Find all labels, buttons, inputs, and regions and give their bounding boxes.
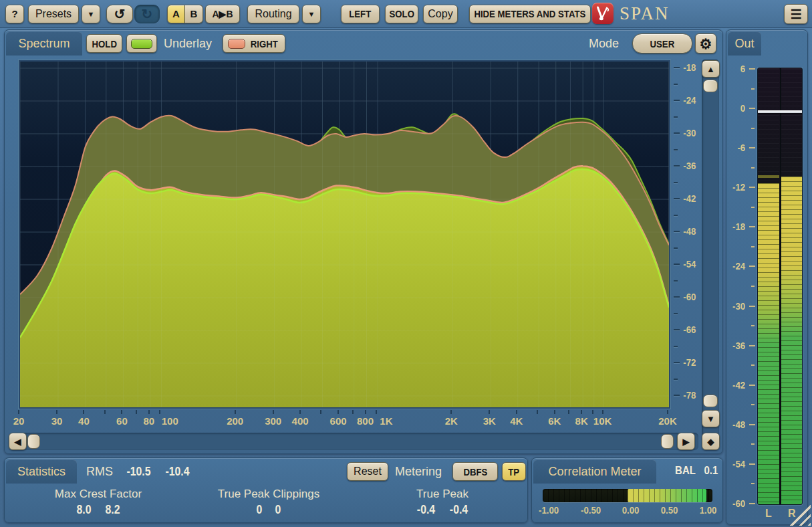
db-tick — [674, 231, 680, 232]
stat-value-left: 8.0 — [76, 503, 91, 517]
out-tick-label: 0 — [728, 105, 745, 112]
metering-label: Metering — [395, 465, 442, 479]
channel-left-button[interactable]: LEFT — [341, 5, 380, 23]
out-tick-label: -30 — [728, 303, 745, 310]
scroll-right-button[interactable]: ▶ — [677, 433, 695, 450]
horizontal-scrollbar-track[interactable] — [10, 433, 698, 450]
mode-select[interactable]: USER — [632, 33, 692, 54]
peak-hold-line — [758, 110, 803, 113]
db-tick-label: -24 — [683, 96, 696, 105]
out-tick — [751, 167, 755, 169]
menu-button[interactable]: ☰ — [784, 4, 808, 24]
freq-tick-label: 200 — [227, 415, 243, 427]
out-tick — [751, 364, 755, 366]
rms-right-value: -10.4 — [164, 465, 191, 479]
out-tick-label: -42 — [728, 382, 745, 389]
out-tick-label: -60 — [728, 500, 745, 507]
dbfs-button[interactable]: DBFS — [452, 462, 498, 481]
undo-icon: ↺ — [114, 6, 126, 22]
solo-button[interactable]: SOLO — [385, 5, 418, 23]
help-button[interactable]: ? — [5, 5, 24, 23]
out-tick — [749, 226, 755, 227]
presets-button[interactable]: Presets — [28, 5, 79, 23]
tab-out[interactable]: Out — [728, 31, 761, 56]
scroll-left-button[interactable]: ◀ — [9, 433, 27, 450]
db-tick — [674, 362, 680, 363]
scroll-down-button[interactable]: ▼ — [702, 410, 720, 427]
out-tick — [749, 424, 755, 425]
copy-button[interactable]: Copy — [423, 5, 458, 23]
correlation-scale-label: -1.00 — [539, 504, 559, 516]
stat-value-right: 0 — [275, 503, 281, 517]
routing-dropdown-button[interactable]: ▼ — [302, 5, 321, 23]
out-tick — [749, 266, 755, 267]
true-peak-stat: True Peak -0.4-0.4 — [379, 488, 506, 517]
freq-tick — [337, 410, 339, 414]
db-tick — [674, 67, 680, 68]
ab-b-button[interactable]: B — [185, 5, 203, 23]
settings-button[interactable]: ⚙ — [695, 33, 716, 54]
diamond-icon: ◆ — [708, 437, 714, 447]
redo-button[interactable]: ↻ — [134, 5, 160, 23]
vertical-scrollbar-track[interactable] — [702, 60, 719, 441]
freq-tick — [235, 410, 236, 414]
db-scale: -18-24-30-36-42-48-54-60-66-72-78 — [672, 57, 703, 435]
out-tick — [749, 345, 755, 346]
green-swatch-icon — [131, 39, 152, 49]
db-tick-label: -60 — [683, 292, 696, 302]
bal-value: 0.1 — [703, 464, 719, 478]
freq-tick — [537, 410, 538, 414]
hide-meters-button[interactable]: HIDE METERS AND STATS — [469, 5, 591, 23]
hamburger-icon: ☰ — [790, 7, 801, 22]
routing-button[interactable]: Routing — [247, 5, 299, 23]
tab-correlation-meter[interactable]: Correlation Meter — [533, 459, 656, 484]
db-tick — [674, 198, 680, 199]
correlation-scale: -1.00-0.500.000.501.00 — [537, 504, 718, 516]
freq-tick — [489, 410, 490, 414]
out-tick — [751, 88, 755, 90]
voxengo-logo-icon[interactable] — [592, 3, 614, 24]
a-to-b-button[interactable]: A▶B — [205, 5, 240, 23]
freq-tick-label: 20 — [13, 415, 25, 427]
underlay-right-button[interactable]: RIGHT — [223, 34, 285, 53]
out-tick — [751, 443, 755, 445]
out-tick — [751, 128, 755, 129]
chevron-down-icon: ▼ — [88, 10, 95, 18]
correlation-meter-lit — [628, 489, 706, 502]
spectrum-plot[interactable] — [19, 60, 670, 409]
db-tick-label: -54 — [683, 259, 696, 269]
freq-tick — [581, 410, 582, 414]
brand: SPAN — [592, 3, 670, 24]
out-tick — [751, 483, 755, 484]
freq-tick — [320, 410, 321, 414]
presets-dropdown-button[interactable]: ▼ — [82, 5, 100, 23]
vertical-range-thumb-top[interactable] — [703, 80, 718, 92]
freq-tick — [83, 410, 84, 414]
db-tick — [674, 215, 678, 216]
tab-statistics[interactable]: Statistics — [6, 459, 77, 484]
fit-view-button[interactable]: ◆ — [702, 433, 720, 450]
undo-button[interactable]: ↺ — [106, 5, 133, 23]
meter-divider — [780, 68, 781, 504]
horizontal-range-thumb-left[interactable] — [27, 434, 40, 449]
stat-value-right: 8.2 — [106, 503, 120, 517]
freq-tick — [667, 410, 668, 414]
hold-button[interactable]: HOLD — [86, 34, 122, 53]
underlay-color-button[interactable] — [126, 34, 157, 53]
db-tick — [674, 165, 680, 167]
out-tick-label: -6 — [728, 144, 745, 151]
scroll-up-button[interactable]: ▲ — [702, 60, 720, 78]
ab-a-button[interactable]: A — [167, 5, 185, 23]
tp-button[interactable]: TP — [502, 462, 526, 481]
statistics-panel: Statistics RMS -10.5 -10.4 Reset Meterin… — [4, 457, 528, 523]
out-tick — [751, 325, 755, 326]
out-meter-bars — [757, 68, 803, 505]
vertical-range-thumb-bottom[interactable] — [703, 395, 718, 407]
freq-tick — [352, 410, 354, 414]
stat-value-left: -0.4 — [417, 503, 435, 517]
reset-button[interactable]: Reset — [347, 462, 388, 481]
out-meter-left-bar — [758, 183, 779, 504]
freq-tick-label: 20K — [658, 415, 677, 427]
horizontal-range-thumb-right[interactable] — [661, 434, 674, 449]
rms-label: RMS — [86, 465, 113, 479]
